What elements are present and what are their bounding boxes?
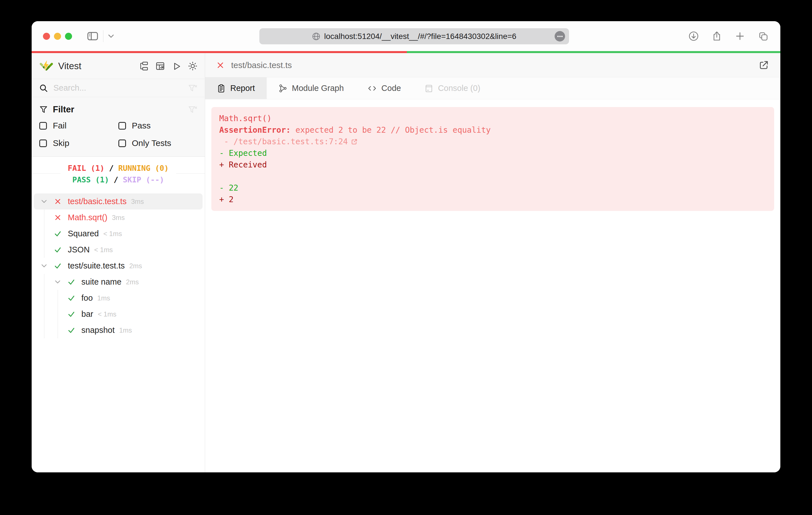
tree-row[interactable]: Math.sqrt()3ms xyxy=(34,210,203,225)
diff-received-label: + Received xyxy=(219,159,766,171)
sidebar: Vitest xyxy=(32,53,205,473)
console-icon xyxy=(425,84,433,93)
indent-guide xyxy=(37,242,51,258)
tab-label: Console (0) xyxy=(438,84,480,93)
tree-row[interactable]: foo1ms xyxy=(34,290,203,306)
search-input[interactable] xyxy=(53,83,182,93)
checkbox[interactable] xyxy=(118,140,126,147)
main-panel: test/basic.test.ts Rep xyxy=(205,53,780,473)
filter-checkbox-pass[interactable]: Pass xyxy=(118,121,198,130)
test-duration: < 1ms xyxy=(94,246,113,254)
tree-row[interactable]: test/suite.test.ts2ms xyxy=(34,258,203,274)
diff-received-value: + 2 xyxy=(219,194,766,205)
expand-tree-icon[interactable] xyxy=(140,62,149,70)
tree-row[interactable]: bar< 1ms xyxy=(34,306,203,322)
filter-checkbox-only-tests[interactable]: Only Tests xyxy=(118,138,198,148)
filter-checkbox-skip[interactable]: Skip xyxy=(39,138,118,148)
pass-check-icon xyxy=(64,322,78,338)
diff-expected-label: - Expected xyxy=(219,147,766,159)
theme-toggle-icon[interactable] xyxy=(188,61,198,71)
report-icon xyxy=(217,84,226,93)
diff-expected-value: - 22 xyxy=(219,182,766,194)
toolbar-divider xyxy=(103,30,104,42)
filter-icon xyxy=(39,105,48,114)
indent-guide xyxy=(51,290,64,306)
checkbox-label: Pass xyxy=(132,121,151,130)
open-in-editor-icon[interactable] xyxy=(758,60,769,70)
checkbox[interactable] xyxy=(39,122,47,130)
code-icon xyxy=(368,84,377,93)
fail-x-icon xyxy=(51,210,64,225)
tree-row[interactable]: snapshot1ms xyxy=(34,322,203,338)
tree-row[interactable]: Squared< 1ms xyxy=(34,225,203,242)
test-duration: 3ms xyxy=(131,198,144,206)
tab-overview-icon[interactable] xyxy=(758,31,768,41)
sidebar-header: Vitest xyxy=(32,53,205,79)
test-label: JSON xyxy=(68,245,90,254)
pass-check-icon xyxy=(51,225,64,242)
pass-check-icon xyxy=(64,306,78,322)
vitest-logo xyxy=(39,59,54,73)
chevron-down-icon[interactable] xyxy=(51,274,64,290)
test-duration: 2ms xyxy=(126,278,139,286)
tab-module-graph[interactable]: Module Graph xyxy=(267,78,356,99)
test-label: test/basic.test.ts xyxy=(68,197,126,206)
test-duration: 2ms xyxy=(129,262,142,270)
progress-fail-segment xyxy=(32,51,407,53)
indent-guide xyxy=(51,322,64,338)
clear-search-filter-icon xyxy=(188,84,197,93)
summary-line-1: FAIL (1) / RUNNING (0) xyxy=(68,162,169,174)
indent-guide xyxy=(37,322,51,338)
pass-check-icon xyxy=(51,242,64,258)
tab-label: Module Graph xyxy=(292,84,344,93)
chevron-down-icon[interactable] xyxy=(37,258,51,274)
new-tab-icon[interactable] xyxy=(734,31,745,41)
report-area: Math.sqrt() AssertionError: expected 2 t… xyxy=(205,99,780,218)
test-duration: < 1ms xyxy=(104,230,122,238)
tab-console[interactable]: Console (0) xyxy=(413,78,492,99)
test-label: test/suite.test.ts xyxy=(68,261,124,271)
zoom-window-button[interactable] xyxy=(65,33,72,40)
chevron-down-icon[interactable] xyxy=(37,193,51,210)
error-message-line: AssertionError: expected 2 to be 22 // O… xyxy=(219,124,766,136)
page-settings-button[interactable] xyxy=(555,31,565,41)
indent-guide xyxy=(37,306,51,322)
tab-label: Report xyxy=(230,84,255,93)
search-icon xyxy=(39,84,48,92)
share-icon[interactable] xyxy=(712,31,722,41)
indent-guide xyxy=(37,290,51,306)
test-label: bar xyxy=(81,309,93,319)
app-title: Vitest xyxy=(58,61,81,71)
test-label: foo xyxy=(81,293,93,303)
run-all-icon[interactable] xyxy=(172,62,181,70)
tab-bar: Report Module Graph xyxy=(205,78,780,99)
test-label: snapshot xyxy=(81,326,115,335)
checkbox-label: Fail xyxy=(53,121,66,130)
address-bar[interactable]: localhost:51204/__vitest__/#/?file=16484… xyxy=(259,28,569,44)
indent-guide xyxy=(51,306,64,322)
test-progress-bar xyxy=(32,51,780,53)
clear-filter-icon xyxy=(188,105,197,114)
close-window-button[interactable] xyxy=(43,33,50,40)
checkbox[interactable] xyxy=(118,122,126,130)
sidebar-toggle-icon[interactable] xyxy=(87,30,98,42)
tree-row[interactable]: JSON< 1ms xyxy=(34,242,203,258)
pass-check-icon xyxy=(51,258,64,274)
error-test-name: Math.sqrt() xyxy=(219,113,766,124)
test-label: Math.sqrt() xyxy=(68,213,107,222)
indent-guide xyxy=(37,274,51,290)
tree-row[interactable]: suite name2ms xyxy=(34,274,203,290)
tab-report[interactable]: Report xyxy=(205,78,267,99)
filter-title: Filter xyxy=(53,104,74,115)
pass-check-icon xyxy=(64,274,78,290)
checkbox[interactable] xyxy=(39,140,47,147)
filter-checkbox-fail[interactable]: Fail xyxy=(39,121,118,130)
run-summary: FAIL (1) / RUNNING (0) PASS (1) / SKIP (… xyxy=(32,157,205,190)
tab-code[interactable]: Code xyxy=(356,78,413,99)
minimize-window-button[interactable] xyxy=(54,33,61,40)
tree-row[interactable]: test/basic.test.ts3ms xyxy=(34,193,203,210)
dashboard-icon[interactable] xyxy=(156,62,165,70)
chevron-down-icon[interactable] xyxy=(108,34,114,38)
downloads-icon[interactable] xyxy=(688,31,699,41)
test-duration: 1ms xyxy=(97,294,110,302)
